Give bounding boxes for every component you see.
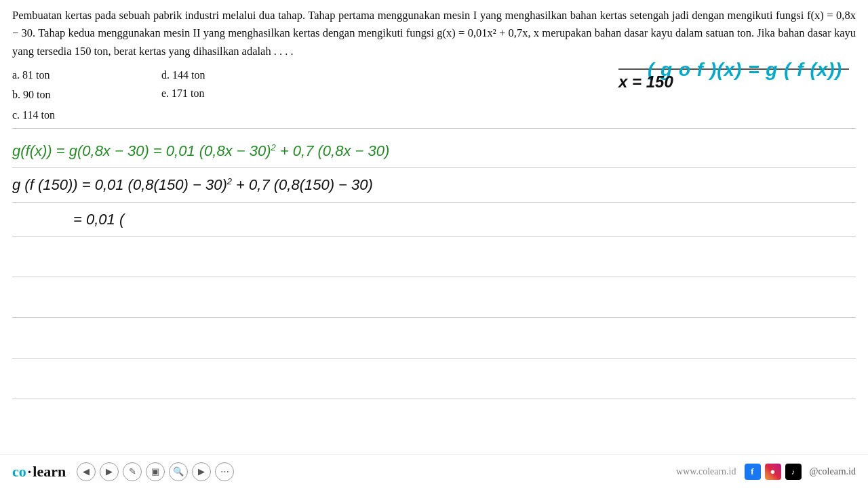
footer: co · learn ◀ ▶ ✎ ▣ 🔍 ▶ ⋯ www.colearn.id … (0, 454, 868, 488)
logo-learn: learn (33, 463, 66, 481)
social-icons: f ● ♪ (745, 464, 802, 480)
solution-section: g(f(x)) = g(0,8x − 30) = 0,01 (0,8x − 30… (12, 133, 856, 401)
nav-prev-btn[interactable]: ◀ (77, 462, 96, 481)
instagram-icon[interactable]: ● (765, 464, 781, 480)
nav-copy-btn[interactable]: ▣ (146, 462, 165, 481)
empty-line4 (12, 359, 856, 399)
logo-co: co (12, 463, 26, 481)
x-value: x = 150 (618, 73, 673, 92)
solution-line3-box: = 0,01 ( (12, 203, 856, 237)
nav-edit-btn[interactable]: ✎ (123, 462, 142, 481)
solution-line3: = 0,01 ( (12, 205, 856, 233)
website-link: www.colearn.id (676, 466, 736, 477)
divider-1 (12, 128, 856, 129)
logo-dot: · (28, 463, 32, 481)
problem-text: Pembuatan kertas pada sebuah pabrik indu… (12, 7, 856, 60)
tiktok-icon[interactable]: ♪ (785, 464, 802, 480)
solution-line1-box: g(f(x)) = g(0,8x − 30) = 0,01 (0,8x − 30… (12, 134, 856, 168)
nav-search-btn[interactable]: 🔍 (169, 462, 188, 481)
nav-comment-btn[interactable]: ▶ (192, 462, 211, 481)
answers-right: d. 144 ton e. 171 ton (161, 66, 311, 124)
footer-logo: co · learn (12, 463, 66, 481)
solution-line2-box: g (f (150)) = 0,01 (0,8(150) − 30)2 + 0,… (12, 168, 856, 202)
formula-right: ( g o f )(x) = g ( f (x)) (648, 59, 842, 81)
answer-c: c. 114 ton (12, 106, 161, 124)
formula-right-container: ( g o f )(x) = g ( f (x)) x = 150 (618, 66, 849, 92)
facebook-icon[interactable]: f (745, 464, 761, 480)
solution-line2: g (f (150)) = 0,01 (0,8(150) − 30)2 + 0,… (12, 171, 856, 199)
footer-nav[interactable]: ◀ ▶ ✎ ▣ 🔍 ▶ ⋯ (77, 462, 234, 481)
solution-line1: g(f(x)) = g(0,8x − 30) = 0,01 (0,8x − 30… (12, 137, 856, 165)
empty-line1 (12, 237, 856, 277)
empty-line2 (12, 277, 856, 318)
empty-line3 (12, 318, 856, 359)
answer-d: d. 144 ton (161, 66, 311, 84)
answer-b: b. 90 ton (12, 85, 161, 104)
nav-more-btn[interactable]: ⋯ (215, 462, 234, 481)
nav-next-btn[interactable]: ▶ (100, 462, 119, 481)
main-content: Pembuatan kertas pada sebuah pabrik indu… (0, 0, 868, 401)
social-handle: @colearn.id (810, 466, 856, 477)
answers-section: a. 81 ton b. 90 ton c. 114 ton d. 144 to… (12, 66, 856, 124)
footer-right: www.colearn.id f ● ♪ @colearn.id (676, 464, 856, 480)
answer-e: e. 171 ton (161, 84, 311, 102)
answers-left: a. 81 ton b. 90 ton c. 114 ton (12, 66, 161, 124)
answer-a: a. 81 ton (12, 66, 161, 84)
